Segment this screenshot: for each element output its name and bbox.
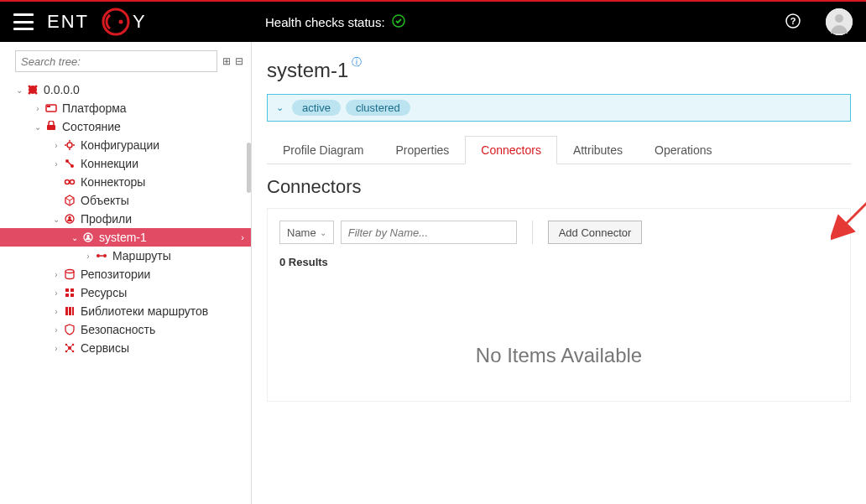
results-count: 0 Results	[279, 256, 838, 268]
page-title: system-1	[267, 59, 348, 82]
svg-point-31	[97, 254, 100, 257]
status-pill-active: active	[292, 100, 341, 116]
svg-point-45	[65, 351, 68, 353]
tree-node-connectors[interactable]: Коннекторы	[0, 173, 251, 191]
svg-point-34	[65, 270, 74, 273]
svg-rect-37	[65, 294, 69, 297]
svg-rect-41	[72, 307, 74, 315]
svg-point-30	[86, 235, 89, 237]
svg-point-13	[35, 92, 38, 95]
svg-rect-39	[65, 307, 68, 315]
svg-text:ENT: ENT	[47, 11, 89, 32]
resources-icon	[62, 287, 77, 299]
info-icon[interactable]: ⓘ	[352, 55, 362, 70]
health-status: Health checks status:	[265, 14, 405, 30]
tree-node-resources[interactable]: › Ресурсы	[0, 283, 251, 302]
add-connector-button[interactable]: Add Connector	[548, 221, 643, 244]
svg-rect-36	[70, 288, 74, 292]
connectors-icon	[62, 176, 77, 188]
help-icon[interactable]: ?	[785, 13, 801, 31]
tree-node-route-libs[interactable]: › Библиотеки маршрутов	[0, 302, 251, 320]
tree-node-platform[interactable]: › Платформа	[0, 99, 251, 117]
filter-input[interactable]	[341, 221, 517, 244]
svg-line-47	[67, 346, 69, 347]
empty-state-text: No Items Available	[279, 344, 838, 367]
entaxy-logo: ENT Y	[47, 7, 181, 37]
tree-node-config[interactable]: › Конфигурации	[0, 136, 251, 154]
profile-icon	[81, 231, 96, 243]
tab-properties[interactable]: Properties	[379, 136, 465, 164]
svg-point-44	[72, 344, 75, 346]
state-icon	[44, 121, 59, 132]
platform-icon	[44, 102, 59, 114]
database-icon	[62, 268, 77, 280]
tree-node-repositories[interactable]: › Репозитории	[0, 265, 251, 283]
svg-rect-38	[70, 294, 74, 297]
svg-point-10	[29, 86, 31, 88]
sidebar-scrollbar[interactable]	[247, 143, 251, 193]
svg-line-50	[70, 349, 72, 351]
svg-text:?: ?	[790, 16, 796, 26]
tree-node-objects[interactable]: Объекты	[0, 191, 251, 210]
tree-node-profiles[interactable]: ⌄ Профили	[0, 210, 251, 228]
status-bar: ⌄ active clustered	[267, 94, 851, 122]
svg-rect-15	[47, 106, 50, 107]
health-ok-icon	[392, 14, 405, 30]
svg-point-17	[67, 143, 72, 148]
svg-point-25	[65, 180, 70, 184]
section-title: Connectors	[267, 176, 851, 198]
connectors-panel: Name ⌄ Add Connector 0 Results No Items …	[267, 208, 851, 402]
library-icon	[62, 305, 77, 317]
svg-point-8	[835, 14, 843, 23]
tabs: Profile Diagram Properties Connectors At…	[267, 135, 851, 164]
health-status-label: Health checks status:	[265, 15, 385, 29]
svg-line-49	[67, 349, 69, 351]
chevron-right-icon: ›	[241, 232, 244, 242]
route-icon	[94, 250, 109, 262]
svg-point-26	[70, 180, 75, 184]
tree-search-input[interactable]	[15, 50, 217, 72]
svg-rect-40	[69, 307, 71, 315]
svg-point-2	[119, 20, 123, 24]
svg-line-48	[70, 346, 72, 347]
user-avatar[interactable]	[826, 8, 853, 35]
svg-point-28	[68, 216, 70, 219]
svg-line-24	[68, 162, 71, 165]
expand-collapse-tree-icon[interactable]: ⊞ ⊟	[222, 55, 244, 67]
tab-attributes[interactable]: Attributes	[557, 136, 639, 164]
main-content: system-1 ⓘ ⌄ active clustered Profile Di…	[252, 42, 866, 504]
tree-node-routes[interactable]: › Маршруты	[0, 247, 251, 265]
tree-node-services[interactable]: › Сервисы	[0, 339, 251, 357]
gear-icon	[62, 139, 77, 151]
svg-rect-16	[47, 125, 55, 130]
toolbar-divider	[532, 221, 533, 244]
tree-node-state[interactable]: ⌄ Состояние	[0, 117, 251, 136]
svg-point-32	[103, 254, 107, 257]
svg-rect-35	[65, 288, 69, 292]
svg-point-11	[35, 86, 38, 88]
chevron-down-icon[interactable]: ⌄	[276, 102, 284, 113]
app-header: ENT Y Health checks status: ?	[0, 0, 866, 42]
tab-connectors[interactable]: Connectors	[465, 136, 557, 164]
svg-text:Y: Y	[133, 11, 147, 32]
status-pill-clustered: clustered	[346, 100, 410, 116]
tree-node-connections[interactable]: › Коннекции	[0, 154, 251, 173]
services-icon	[62, 342, 77, 354]
server-icon	[25, 84, 40, 96]
tree-node-system1[interactable]: ⌄ system-1 ›	[0, 228, 251, 247]
svg-point-12	[29, 92, 31, 95]
connections-icon	[62, 158, 77, 169]
tree-node-security[interactable]: › Безопасность	[0, 320, 251, 339]
tab-profile-diagram[interactable]: Profile Diagram	[267, 136, 379, 164]
svg-point-43	[65, 344, 68, 346]
chevron-down-icon: ⌄	[320, 228, 326, 237]
navigation-tree: ⌄ 0.0.0.0 › Платформа ⌄ Состояние › Конф…	[0, 81, 251, 357]
filter-field-select[interactable]: Name ⌄	[279, 221, 334, 244]
cube-icon	[62, 195, 77, 206]
tab-operations[interactable]: Operations	[639, 136, 728, 164]
shield-icon	[62, 324, 77, 335]
tree-node-root[interactable]: ⌄ 0.0.0.0	[0, 81, 251, 99]
sidebar: ⊞ ⊟ ⌄ 0.0.0.0 › Платформа ⌄ Состояние ›	[0, 42, 252, 504]
hamburger-menu-icon[interactable]	[13, 13, 34, 30]
profile-icon	[62, 213, 77, 225]
